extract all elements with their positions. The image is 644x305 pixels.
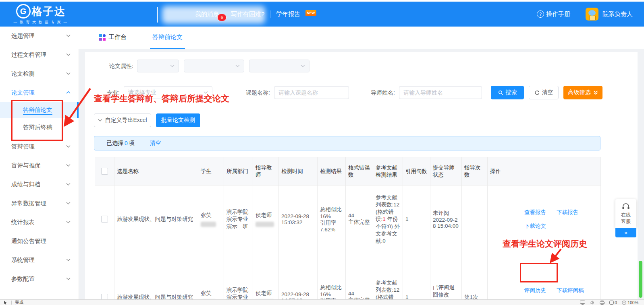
paper-attr-select-2[interactable] xyxy=(184,60,244,72)
chevron-up-icon xyxy=(66,91,71,94)
sidebar-item-blind-review[interactable]: 盲评与推优 xyxy=(0,156,79,175)
header-right: ? 操作手册 院系负责人 xyxy=(537,2,633,27)
printer-icon[interactable] xyxy=(600,301,605,305)
app-header: G 格子达 — 教 育 大 数 据 专 家 — 我的消息 6 写作有困难? 学年… xyxy=(0,2,644,27)
service-expand-button[interactable]: » xyxy=(615,228,636,237)
cell-student: 张笑 xyxy=(198,185,224,253)
cell-check-time: 2022-09-28 14:57:13 xyxy=(279,253,318,305)
selection-bar: 已选择 0 项 清空 xyxy=(94,136,600,150)
tutor-name-input[interactable] xyxy=(399,86,482,99)
cell-teacher: 侯老师 xyxy=(253,253,279,305)
col-format-errors: 格式错误数 xyxy=(346,157,373,185)
cell-format-errors: 44 主体完整 xyxy=(346,185,373,253)
col-topic-name: 选题名称 xyxy=(114,157,198,185)
double-chevron-down-icon xyxy=(593,91,598,95)
sidebar-item-parameter-config[interactable]: 参数配置 xyxy=(0,270,79,289)
chevron-down-icon xyxy=(66,183,71,186)
search-icon xyxy=(498,90,503,95)
monitor-icon[interactable] xyxy=(580,301,585,305)
chevron-down-icon xyxy=(66,202,71,205)
search-button[interactable]: 搜索 xyxy=(491,86,524,99)
annotation-box-review-history xyxy=(520,263,558,282)
sidebar-item-statistics[interactable]: 统计报表 xyxy=(0,213,79,232)
chevron-down-icon xyxy=(66,53,71,56)
chevron-down-icon xyxy=(235,64,240,68)
paper-attr-select-3[interactable] xyxy=(249,60,310,72)
cell-check-result: 总相似比 16% 引用率 7.62% xyxy=(318,253,346,305)
cell-department: 演示学院 演示专业 演示一班 xyxy=(224,185,253,253)
header-nav: 我的消息 6 写作有困难? 学年报告 NEW xyxy=(189,2,306,27)
shield-icon xyxy=(609,301,614,305)
online-service-widget: 在线 客服 » xyxy=(615,199,636,237)
chevron-down-icon xyxy=(66,72,71,75)
selected-count: 0 xyxy=(125,140,128,146)
col-submit-status: 提交导师状态 xyxy=(430,157,462,185)
role-label[interactable]: 院系负责人 xyxy=(602,10,633,18)
service-label-line1: 在线 xyxy=(615,212,636,218)
online-service-button[interactable]: 在线 客服 xyxy=(615,199,636,228)
cell-reference-result: 参考文献列表数:12 (格式错误:1 年份不符:0) xyxy=(373,253,403,305)
annotation-review-history-note: 查看学生论文评阅历史 xyxy=(503,238,587,249)
col-actions: 操作 xyxy=(488,157,601,185)
tab-pre-defense-papers[interactable]: 答辩前论文 xyxy=(150,27,185,49)
sidebar-item-topic-management[interactable]: 选题管理 xyxy=(0,27,79,45)
chevron-down-icon xyxy=(66,34,71,37)
statusbar-done: 完成 xyxy=(15,300,23,305)
row-checkbox[interactable] xyxy=(101,216,108,223)
tutor-name-label: 导师姓名: xyxy=(365,86,395,99)
paper-attr-label: 论文属性: xyxy=(97,60,133,72)
col-department: 所属部门 xyxy=(224,157,253,185)
speaker-icon[interactable] xyxy=(590,301,595,305)
my-messages-label: 我的消息 xyxy=(195,10,219,17)
sidebar-item-abnormal-data[interactable]: 异常数据管理 xyxy=(0,194,79,213)
select-all-checkbox[interactable] xyxy=(101,168,108,175)
my-messages-link[interactable]: 我的消息 6 xyxy=(189,10,225,18)
manual-link[interactable]: ? 操作手册 xyxy=(537,10,570,18)
cell-format-errors: 44 主体完整 xyxy=(346,253,373,305)
sidebar-item-process-docs[interactable]: 过程文档管理 xyxy=(0,45,79,64)
paper-attr-select-1[interactable] xyxy=(137,60,179,72)
cell-reference-result: 参考文献列表数:12 (格式错误:1 年份不符:0) 外文参考文献:0 xyxy=(373,185,403,253)
cell-guide-count: 第1次 xyxy=(462,253,488,305)
topic-name-input[interactable] xyxy=(274,86,349,99)
logo-text: 格子达 xyxy=(32,4,66,19)
custom-export-excel-button[interactable]: 自定义导出Excel xyxy=(94,113,151,127)
topic-name-label: 课题名称: xyxy=(240,86,270,99)
chevron-down-icon xyxy=(66,145,71,148)
zoom-icon xyxy=(622,301,626,305)
link-view-report[interactable]: 查看报告 xyxy=(524,209,557,216)
sidebar-item-announcements[interactable]: 通知公告管理 xyxy=(0,232,79,251)
headset-icon xyxy=(621,202,630,210)
papers-table: 选题名称 学生 所属部门 指导教师 检测时间 检测结果 格式错误数 参考文献检测… xyxy=(95,157,601,305)
chevron-down-icon xyxy=(301,64,305,68)
col-check-result: 检测结果 xyxy=(318,157,346,185)
table-header-row: 选题名称 学生 所属部门 指导教师 检测时间 检测结果 格式错误数 参考文献检测… xyxy=(95,157,601,185)
col-student: 学生 xyxy=(198,157,224,185)
annual-report-link[interactable]: 学年报告 NEW xyxy=(270,10,306,18)
avatar[interactable] xyxy=(586,8,598,21)
sidebar-item-paper-check[interactable]: 论文检测 xyxy=(0,64,79,83)
writing-help-link[interactable]: 写作有困难? xyxy=(225,10,270,18)
sidebar-item-paper-management[interactable]: 论文管理 xyxy=(0,83,79,102)
service-label-line2: 客服 xyxy=(615,218,636,225)
teacher-id-redacted xyxy=(256,222,274,227)
cell-topic: 旅游发展现状、问题与对策研究 xyxy=(114,185,198,253)
clear-button[interactable]: 清空 xyxy=(529,86,559,99)
col-quote-count: 引用句数 xyxy=(403,157,430,185)
tab-workbench[interactable]: 工作台 xyxy=(97,27,129,49)
batch-check-button[interactable]: 批量论文检测 xyxy=(156,113,200,127)
selection-clear-link[interactable]: 清空 xyxy=(150,140,161,147)
link-download-report[interactable]: 下载报告 xyxy=(557,209,598,216)
link-review-history[interactable]: 评阅历史 xyxy=(524,287,557,294)
annotation-box-sidebar xyxy=(11,100,63,141)
blocked-count[interactable]: 0 xyxy=(609,300,617,305)
sidebar-item-system-management[interactable]: 系统管理 xyxy=(0,251,79,270)
zoom-control[interactable]: 100% xyxy=(622,300,638,305)
cell-submit-status: 未评阅 2022-09-28 15:04:00 xyxy=(430,185,462,253)
advanced-filter-button[interactable]: 高级筛选 xyxy=(563,86,602,99)
link-download-review-draft[interactable]: 下载评阅稿 xyxy=(557,287,598,294)
tab-bar: 工作台 答辩前论文 xyxy=(79,27,644,49)
scrollbar-thumb[interactable] xyxy=(639,261,642,298)
sidebar-item-grades-archive[interactable]: 成绩与归档 xyxy=(0,175,79,194)
link-download-paper[interactable]: 下载论文 xyxy=(524,223,557,230)
